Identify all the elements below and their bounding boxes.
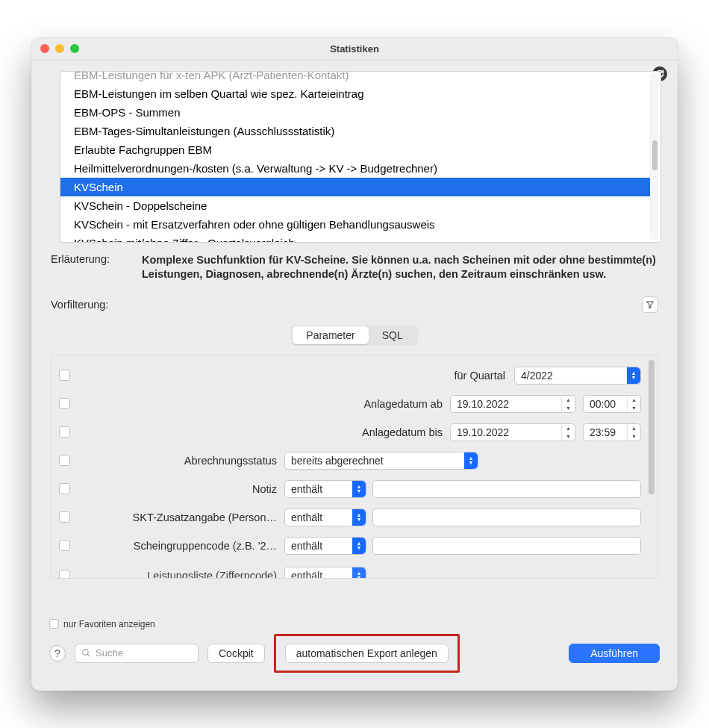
- search-placeholder: Suche: [96, 647, 123, 659]
- chevron-updown-icon: ▲▼: [464, 452, 478, 469]
- param-row-abrechnungsstatus: Abrechnungsstatus bereits abgerechnet ▲▼: [59, 447, 641, 475]
- prefilter-label: Vorfilterung:: [51, 299, 108, 311]
- list-item[interactable]: EBM-Leistungen für x-ten APK (Arzt-Patie…: [60, 71, 650, 84]
- titlebar: Statistiken: [31, 38, 678, 60]
- svg-line-2: [87, 654, 90, 656]
- stepper-icon[interactable]: ▲▼: [561, 396, 575, 412]
- param-row-anlage-ab: Anlagedatum ab 19.10.2022 ▲▼ 00:00 ▲▼: [59, 390, 641, 418]
- list-item[interactable]: KVSchein - Doppelscheine: [60, 196, 650, 215]
- notiz-label: Notiz: [83, 483, 277, 495]
- skt-checkbox[interactable]: [59, 511, 70, 523]
- description-row: Erläuterung: Komplexe Suchfunktion für K…: [51, 253, 658, 281]
- notiz-checkbox[interactable]: [59, 483, 70, 494]
- footer: nur Favoriten anzeigen ? Suche Cockpit a…: [39, 612, 670, 683]
- param-scrollbar[interactable]: [647, 358, 656, 575]
- scheingruppencode-label: Scheingruppencode (z.B. '2…: [83, 540, 277, 552]
- leistungsliste-checkbox[interactable]: [59, 570, 70, 579]
- window-content: EBM-Leistungen für x-ten APK (Arzt-Patie…: [31, 60, 678, 691]
- param-row-skt: SKT-Zusatzangabe (Person… enthält ▲▼: [59, 503, 641, 532]
- svg-marker-0: [647, 302, 654, 308]
- list-item[interactable]: KVSchein: [60, 178, 650, 196]
- create-automatic-export-button[interactable]: automatischen Export anlegen: [285, 644, 449, 663]
- notiz-operator-select[interactable]: enthält ▲▼: [284, 480, 366, 498]
- stepper-icon[interactable]: ▲▼: [561, 424, 575, 441]
- abrechnungsstatus-label: Abrechnungsstatus: [83, 455, 277, 467]
- param-scrollbar-thumb[interactable]: [649, 360, 655, 494]
- list-item[interactable]: Heilmittelverordnungen-/kosten (s.a. Ver…: [60, 159, 650, 178]
- abrechnungsstatus-value: bereits abgerechnet: [291, 455, 384, 467]
- stepper-icon[interactable]: ▲▼: [627, 396, 640, 412]
- svg-point-1: [83, 650, 89, 656]
- scheingruppencode-value-input[interactable]: [372, 537, 641, 555]
- scheingruppencode-checkbox[interactable]: [59, 540, 70, 551]
- leistungsliste-label: Leistungsliste (Zifferncode): [83, 570, 277, 579]
- param-row-quartal: für Quartal 4/2022 ▲▼: [59, 361, 641, 390]
- favorites-row: nur Favoriten anzeigen: [49, 619, 660, 629]
- chevron-updown-icon: ▲▼: [352, 538, 366, 554]
- help-icon[interactable]: ?: [49, 645, 66, 662]
- param-row-leistungsliste: Leistungsliste (Zifferncode) enthält ▲▼: [59, 561, 641, 579]
- list-item[interactable]: KVSchein - mit Ersatzverfahren oder ohne…: [60, 215, 650, 234]
- quartal-value: 4/2022: [521, 370, 553, 382]
- search-input[interactable]: Suche: [75, 644, 199, 663]
- chevron-updown-icon: ▲▼: [627, 367, 640, 384]
- execute-button[interactable]: Ausführen: [569, 644, 660, 663]
- list-scrollbar-thumb[interactable]: [652, 140, 658, 170]
- list-item[interactable]: EBM-OPS - Summen: [60, 103, 650, 122]
- quartal-checkbox[interactable]: [59, 370, 70, 381]
- prefilter-row: Vorfilterung:: [51, 296, 658, 313]
- window-title: Statistiken: [31, 43, 678, 55]
- parameter-panel: für Quartal 4/2022 ▲▼ Anlagedatum: [51, 355, 658, 579]
- anlage-ab-label: Anlagedatum ab: [363, 398, 443, 410]
- anlage-bis-label: Anlagedatum bis: [362, 426, 443, 438]
- search-icon: [81, 648, 91, 658]
- list-scrollbar[interactable]: [650, 73, 659, 240]
- skt-operator-select[interactable]: enthält ▲▼: [284, 508, 366, 526]
- statistics-window: Statistiken EBM-Leistungen für x-ten APK…: [31, 38, 678, 691]
- description-text: Komplexe Suchfunktion für KV-Scheine. Si…: [142, 253, 658, 281]
- quartal-select[interactable]: 4/2022 ▲▼: [514, 367, 641, 385]
- export-highlight: automatischen Export anlegen: [274, 634, 460, 673]
- list-item[interactable]: Erlaubte Fachgruppen EBM: [60, 140, 650, 159]
- list-item[interactable]: EBM-Leistungen im selben Quartal wie spe…: [60, 84, 650, 103]
- tab-sql[interactable]: SQL: [369, 326, 416, 344]
- tabs: Parameter SQL: [39, 325, 670, 346]
- anlage-ab-date-input[interactable]: 19.10.2022 ▲▼: [450, 395, 575, 413]
- scheingruppencode-operator-select[interactable]: enthält ▲▼: [284, 537, 366, 555]
- anlage-ab-checkbox[interactable]: [59, 398, 70, 409]
- anlage-bis-time-input[interactable]: 23:59 ▲▼: [583, 423, 641, 441]
- notiz-value-input[interactable]: [372, 480, 641, 498]
- list-item[interactable]: KVSchein mit/ohne Ziffer - Quartalsvergl…: [60, 234, 650, 242]
- stepper-icon[interactable]: ▲▼: [627, 424, 640, 441]
- skt-label: SKT-Zusatzangabe (Person…: [83, 511, 277, 523]
- param-row-notiz: Notiz enthält ▲▼: [59, 475, 641, 503]
- param-row-scheingruppencode: Scheingruppencode (z.B. '2… enthält ▲▼: [59, 532, 641, 560]
- quartal-label: für Quartal: [455, 370, 506, 382]
- description-label: Erläuterung:: [51, 253, 133, 281]
- favorites-checkbox[interactable]: [49, 619, 59, 629]
- anlage-bis-date-input[interactable]: 19.10.2022 ▲▼: [450, 423, 575, 441]
- action-row: ? Suche Cockpit automatischen Export anl…: [49, 634, 660, 673]
- tab-parameter[interactable]: Parameter: [293, 326, 368, 344]
- chevron-updown-icon: ▲▼: [352, 481, 366, 497]
- abrechnungsstatus-checkbox[interactable]: [59, 455, 70, 466]
- list-item[interactable]: EBM-Tages-Simultanleistungen (Ausschluss…: [60, 122, 650, 140]
- anlage-bis-checkbox[interactable]: [59, 426, 70, 438]
- leistungsliste-operator-select[interactable]: enthält ▲▼: [284, 567, 366, 579]
- filter-icon[interactable]: [642, 296, 658, 313]
- cockpit-button[interactable]: Cockpit: [207, 644, 265, 663]
- chevron-updown-icon: ▲▼: [352, 567, 366, 579]
- param-row-anlage-bis: Anlagedatum bis 19.10.2022 ▲▼ 23:59 ▲▼: [59, 418, 641, 447]
- chevron-updown-icon: ▲▼: [352, 509, 366, 526]
- statistics-list[interactable]: EBM-Leistungen für x-ten APK (Arzt-Patie…: [60, 71, 661, 243]
- anlage-ab-time-input[interactable]: 00:00 ▲▼: [583, 395, 641, 413]
- abrechnungsstatus-select[interactable]: bereits abgerechnet ▲▼: [284, 452, 478, 470]
- skt-value-input[interactable]: [372, 508, 641, 526]
- favorites-label: nur Favoriten anzeigen: [63, 619, 155, 629]
